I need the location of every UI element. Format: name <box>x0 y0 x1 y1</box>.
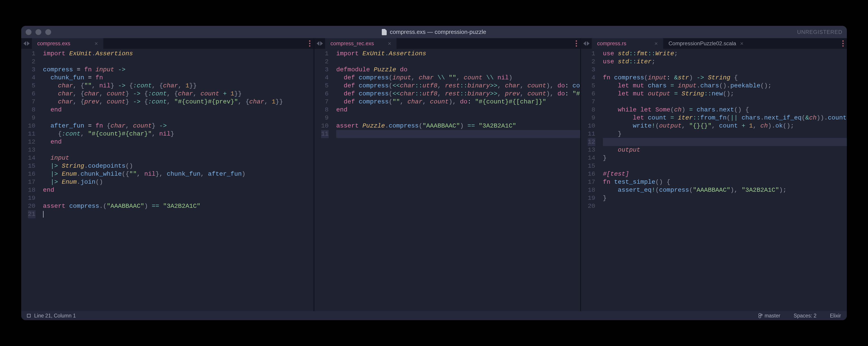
nav-forward-icon[interactable] <box>27 41 30 46</box>
line-gutter: 1234567891011121314151617181920 <box>581 49 599 311</box>
tab-compress-rec-exs[interactable]: compress_rec.exs × <box>325 38 397 49</box>
tab-label: CompressionPuzzle02.scala <box>669 40 736 46</box>
nav-forward-icon[interactable] <box>587 41 590 46</box>
cursor-position[interactable]: Line 21, Column 1 <box>34 313 76 319</box>
code-content[interactable]: import ExUnit.Assertions compress = fn i… <box>39 49 313 311</box>
titlebar: compress.exs — compression-puzzle UNREGI… <box>21 26 847 38</box>
git-branch-icon <box>758 313 763 318</box>
tabbar: compress.exs × <box>21 38 313 49</box>
nav-back-icon[interactable] <box>317 41 319 46</box>
tab-nav <box>21 38 32 49</box>
line-gutter: 1234567891011 <box>314 49 333 311</box>
close-tab-icon[interactable]: × <box>388 40 391 47</box>
window-title: compress.exs — compression-puzzle <box>382 29 486 35</box>
tab-label: compress.rs <box>597 40 650 46</box>
pane-container: compress.exs × 1234567891011121314151617… <box>21 38 847 311</box>
indentation-setting[interactable]: Spaces: 2 <box>794 313 816 319</box>
statusbar: Line 21, Column 1 master Spaces: 2 Elixi… <box>21 311 847 320</box>
editor-area[interactable]: 123456789101112131415161718192021 import… <box>21 49 313 311</box>
editor-window: compress.exs — compression-puzzle UNREGI… <box>21 26 847 320</box>
traffic-lights <box>26 29 51 35</box>
unregistered-label: UNREGISTERED <box>797 29 842 35</box>
close-tab-icon[interactable]: × <box>654 40 658 47</box>
tab-compress-rs[interactable]: compress.rs × <box>592 38 663 49</box>
tabbar: compress.rs × CompressionPuzzle02.scala … <box>581 38 847 49</box>
zoom-window-button[interactable] <box>45 29 51 35</box>
tab-nav <box>581 38 592 49</box>
pane-right: compress.rs × CompressionPuzzle02.scala … <box>581 38 847 311</box>
git-branch-name: master <box>765 313 780 319</box>
code-content[interactable]: use std::fmt::Write;use std::iter; fn co… <box>599 49 847 311</box>
close-window-button[interactable] <box>26 29 31 35</box>
git-branch[interactable]: master <box>758 313 780 319</box>
line-gutter: 123456789101112131415161718192021 <box>21 49 39 311</box>
tab-menu-icon[interactable] <box>572 38 580 49</box>
tab-menu-icon[interactable] <box>839 38 847 49</box>
minimize-window-button[interactable] <box>35 29 41 35</box>
nav-back-icon[interactable] <box>583 41 586 46</box>
editor-area[interactable]: 1234567891011 import ExUnit.Assertions d… <box>314 49 580 311</box>
tab-label: compress.exs <box>37 40 91 46</box>
window-title-text: compress.exs — compression-puzzle <box>390 29 486 35</box>
status-indicator-icon <box>27 314 31 317</box>
syntax-setting[interactable]: Elixir <box>830 313 841 319</box>
tab-nav <box>314 38 325 49</box>
pane-left: compress.exs × 1234567891011121314151617… <box>21 38 314 311</box>
close-tab-icon[interactable]: × <box>740 40 743 47</box>
tab-menu-icon[interactable] <box>306 38 313 49</box>
pane-middle: compress_rec.exs × 1234567891011 import … <box>314 38 581 311</box>
code-content[interactable]: import ExUnit.Assertions defmodule Puzzl… <box>333 49 580 311</box>
close-tab-icon[interactable]: × <box>95 40 98 47</box>
nav-back-icon[interactable] <box>24 41 26 46</box>
document-icon <box>382 29 387 35</box>
tab-compress-exs[interactable]: compress.exs × <box>32 38 103 49</box>
tab-label: compress_rec.exs <box>331 40 384 46</box>
tab-compressionpuzzle02-scala[interactable]: CompressionPuzzle02.scala × <box>663 38 749 49</box>
editor-area[interactable]: 1234567891011121314151617181920 use std:… <box>581 49 847 311</box>
nav-forward-icon[interactable] <box>320 41 323 46</box>
tabbar: compress_rec.exs × <box>314 38 580 49</box>
